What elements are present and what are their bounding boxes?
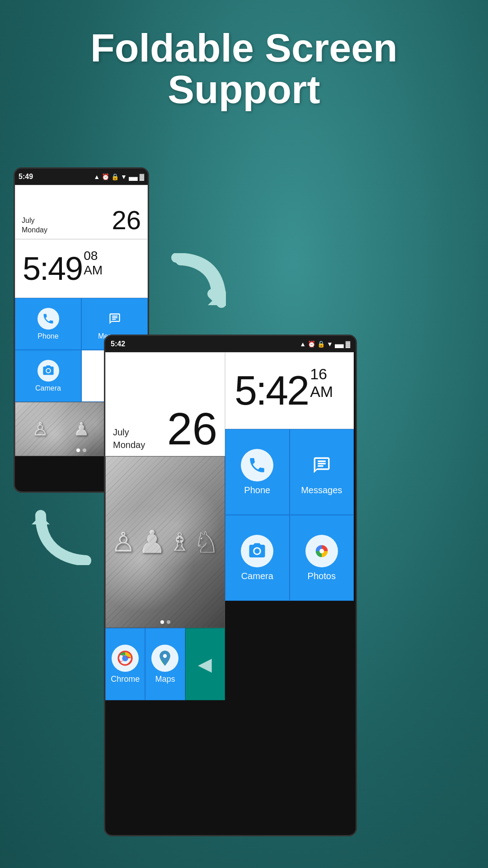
- indicator-dot-1: [76, 448, 80, 452]
- day-number-large: 26: [167, 406, 217, 451]
- maps-app-icon: [151, 645, 178, 672]
- camera-app-label-large: Camera: [241, 571, 273, 581]
- app-tile-teal[interactable]: ◀: [185, 628, 225, 700]
- arrow-down-icon: [167, 253, 226, 316]
- indicator-dot-lg-2: [167, 620, 170, 624]
- app-tile-camera-large[interactable]: Camera: [225, 515, 290, 601]
- svg-point-4: [163, 654, 167, 657]
- notification-icon: ▲: [94, 173, 100, 180]
- seconds-large: 16: [310, 365, 327, 382]
- app-tile-phone-small[interactable]: Phone: [15, 298, 81, 350]
- messages-app-label-large: Messages: [301, 485, 342, 495]
- notification-icon-lg: ▲: [300, 340, 306, 348]
- phone-app-icon-small: [38, 308, 59, 330]
- battery-icon-lg: ▓: [346, 340, 350, 348]
- photo-tile-large: ♙ ♟ ♗ ♘: [105, 456, 225, 628]
- weekday-small: Monday: [22, 226, 47, 235]
- svg-point-5: [319, 549, 324, 553]
- clock-seconds-large: 16 AM: [310, 365, 333, 401]
- right-col-apps: Phone Messages: [225, 429, 354, 601]
- signal-icon: ▄▄: [129, 173, 138, 180]
- status-bar-small: 5:49 ▲ ⏰ 🔒 ▼ ▄▄ ▓: [15, 169, 148, 185]
- month-large: July: [113, 426, 145, 439]
- clock-tile-small: 5:49 08 AM: [15, 239, 148, 298]
- left-column: July Monday 26 ♙ ♟ ♗ ♘: [105, 352, 225, 700]
- app-tile-camera-small[interactable]: Camera: [15, 350, 81, 402]
- page-title: Foldable Screen Support: [0, 27, 488, 111]
- date-month-day-small: July Monday: [22, 216, 47, 235]
- status-time-large: 5:42: [111, 340, 125, 348]
- month-small: July: [22, 216, 47, 226]
- camera-app-label-small: Camera: [35, 384, 61, 392]
- page-indicator-large: [160, 620, 170, 624]
- clock-seconds-small: 08 AM: [84, 249, 103, 278]
- ampm-large: AM: [310, 383, 333, 400]
- clock-tile-large: 5:42 16 AM: [225, 352, 354, 429]
- phone-large-mockup: 5:42 ▲ ⏰ 🔒 ▼ ▄▄ ▓ July Monday 26: [104, 335, 357, 836]
- phone-app-icon-large: [241, 449, 273, 481]
- day-number-small: 26: [112, 205, 141, 235]
- ampm-small: AM: [84, 263, 103, 277]
- indicator-dot-lg-1: [160, 620, 164, 624]
- camera-app-icon-small: [38, 360, 59, 382]
- chrome-app-icon: [112, 645, 139, 672]
- messages-app-icon-large: [305, 449, 338, 481]
- lock-icon-lg: 🔒: [317, 340, 325, 348]
- signal-icon-lg: ▄▄: [335, 340, 344, 348]
- clock-time-small: 5:49: [23, 250, 82, 287]
- page-indicator-small: [76, 448, 86, 452]
- status-icons-large: ▲ ⏰ 🔒 ▼ ▄▄ ▓: [300, 340, 350, 348]
- messages-app-icon-small: [104, 308, 126, 330]
- phone-app-label-small: Phone: [38, 332, 58, 340]
- svg-point-3: [123, 656, 127, 660]
- indicator-dot-2: [83, 448, 86, 452]
- maps-app-label: Maps: [155, 675, 175, 684]
- status-time-small: 5:49: [19, 173, 33, 181]
- app-tile-photos-large[interactable]: Photos: [290, 515, 354, 601]
- alarm-icon: ⏰: [102, 173, 109, 180]
- lock-icon: 🔒: [111, 173, 119, 180]
- photos-app-label-large: Photos: [308, 571, 336, 581]
- weekday-large: Monday: [113, 439, 145, 451]
- status-icons-small: ▲ ⏰ 🔒 ▼ ▄▄ ▓: [94, 173, 144, 180]
- date-tile-small: July Monday 26: [15, 185, 148, 239]
- app-tile-messages-large[interactable]: Messages: [290, 429, 354, 515]
- clock-time-large: 5:42: [235, 368, 308, 414]
- photos-app-icon-large: [305, 535, 338, 567]
- app-tile-maps[interactable]: Maps: [145, 628, 185, 700]
- wifi-icon-lg: ▼: [327, 340, 333, 348]
- alarm-icon-lg: ⏰: [308, 340, 315, 348]
- app-tile-phone-large[interactable]: Phone: [225, 429, 290, 515]
- seconds-small: 08: [84, 249, 98, 263]
- status-bar-large: 5:42 ▲ ⏰ 🔒 ▼ ▄▄ ▓: [105, 336, 356, 352]
- bottom-row-large: Chrome Maps ◀: [105, 628, 225, 700]
- chess-image-large: ♙ ♟ ♗ ♘: [106, 457, 225, 627]
- teal-icon: ◀: [198, 654, 212, 675]
- battery-icon: ▓: [140, 173, 144, 180]
- title-line2: Support: [168, 67, 320, 112]
- right-column: 5:42 16 AM Phone: [225, 352, 354, 700]
- wifi-icon: ▼: [121, 173, 127, 180]
- date-month-day-large: July Monday: [113, 426, 145, 451]
- app-tile-chrome[interactable]: Chrome: [105, 628, 145, 700]
- large-phone-content: July Monday 26 ♙ ♟ ♗ ♘: [105, 352, 356, 700]
- svg-marker-1: [32, 515, 50, 524]
- date-tile-large: July Monday 26: [105, 352, 225, 456]
- phone-app-label-large: Phone: [244, 485, 270, 495]
- title-line1: Foldable Screen: [90, 25, 398, 70]
- arrow-up-icon: [27, 497, 95, 565]
- chrome-app-label: Chrome: [111, 675, 140, 684]
- camera-app-icon-large: [241, 535, 273, 567]
